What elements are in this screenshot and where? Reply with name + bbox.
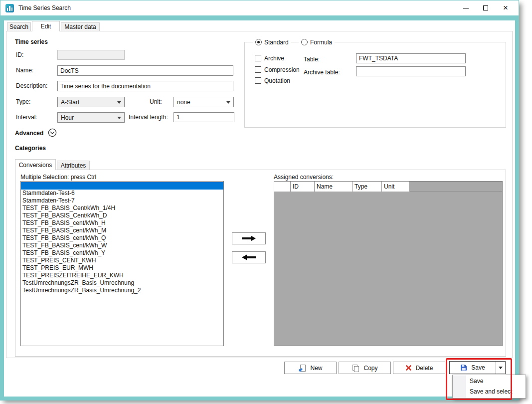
close-icon: ×: [503, 3, 508, 12]
assigned-table-header: IDNameTypeUnit: [274, 182, 502, 192]
interval-length-label: Interval length:: [129, 114, 168, 121]
available-conversions-list[interactable]: Stammdaten-Test-6Stammdaten-Test-7TEST_F…: [20, 181, 224, 346]
minimize-button[interactable]: [456, 0, 476, 15]
checkbox-quotation-label: Quotation: [264, 77, 290, 84]
unit-label: Unit:: [150, 98, 162, 105]
id-input: [57, 50, 125, 60]
close-button[interactable]: ×: [496, 0, 516, 15]
conversion-list-item[interactable]: TEST_PREIS_CENT_KWH: [21, 257, 223, 264]
conversion-list-item[interactable]: TEST_FB_BASIS_cent/kWh_Y: [21, 249, 223, 257]
conversion-list-item[interactable]: TEST_FB_BASIS_cent/kWh_W: [21, 242, 223, 249]
type-combobox[interactable]: A-Start: [57, 97, 125, 107]
app-window: Time Series Search × Search Edit Master …: [0, 0, 519, 401]
copy-button-label: Copy: [363, 365, 377, 372]
radio-standard-label: Standard: [264, 39, 289, 46]
interval-combobox[interactable]: Hour: [57, 112, 125, 123]
categories-heading: Categories: [15, 145, 46, 152]
conversion-list-item[interactable]: TEST_FB_BASIS_Cent/kWh_D: [21, 212, 223, 219]
client-area: Search Edit Master data Time series ID: …: [4, 20, 515, 397]
window-controls: ×: [456, 0, 516, 15]
checkbox-quotation[interactable]: Quotation: [255, 77, 290, 84]
name-label: Name:: [16, 67, 33, 74]
copy-icon: [352, 364, 359, 372]
save-dropdown-menu: SaveSave and select: [452, 375, 526, 399]
id-label: ID:: [16, 51, 23, 58]
combo-caret-icon: [117, 117, 121, 121]
description-input[interactable]: Time series for the documentation: [57, 81, 233, 91]
table-label: Table:: [304, 56, 320, 63]
archive-table-input[interactable]: [356, 66, 466, 76]
radio-formula-label: Formula: [310, 39, 332, 46]
checkbox-archive-label: Archive: [264, 55, 284, 62]
checkbox-icon: [255, 55, 261, 61]
assigned-column-header[interactable]: ID: [291, 182, 315, 192]
checkbox-compression-label: Compression: [264, 66, 300, 73]
conversion-list-item[interactable]: TEST_PREIS_EUR_MWH: [21, 264, 223, 272]
checkbox-icon: [255, 66, 261, 73]
unit-combobox[interactable]: none: [174, 97, 234, 107]
new-document-icon: [298, 364, 306, 372]
conversion-list-item[interactable]: TEST_PREISZEITREIHE_EUR_KWH: [21, 272, 223, 279]
maximize-icon: [483, 5, 488, 10]
assigned-column-header[interactable]: Type: [353, 182, 382, 192]
checkbox-archive[interactable]: Archive: [255, 54, 284, 62]
conversion-list-item[interactable]: [21, 182, 223, 190]
save-menu-item[interactable]: Save and select: [453, 387, 526, 397]
copy-button[interactable]: Copy: [339, 362, 391, 374]
minimize-icon: [463, 8, 469, 8]
new-button-label: New: [310, 365, 322, 372]
maximize-button[interactable]: [476, 0, 496, 15]
tab-conversions[interactable]: Conversions: [15, 159, 56, 170]
interval-length-input[interactable]: 1: [174, 112, 234, 122]
radio-formula[interactable]: Formula: [299, 38, 335, 46]
checkbox-icon: [255, 77, 261, 84]
conversion-list-item[interactable]: TEST_FB_BASIS_cent/kWh_M: [21, 227, 223, 234]
description-label: Description:: [16, 82, 47, 89]
table-input[interactable]: FWT_TSDATA: [356, 53, 466, 63]
conversions-panel: Multiple Selection: press Ctrl Stammdate…: [15, 170, 506, 357]
storage-groupbox: Standard Formula Archive Compression Quo…: [244, 42, 506, 128]
conversion-list-item[interactable]: TestUmrechnungsZR_Basis_Umrechnung: [21, 279, 223, 287]
unit-value: none: [177, 99, 190, 106]
assigned-column-header[interactable]: [274, 182, 291, 192]
conversion-list-item[interactable]: TEST_FB_BASIS_cent/kWh_Q: [21, 234, 223, 242]
conversion-list-item[interactable]: TEST_FB_BASIS_cent/kWh_H: [21, 219, 223, 227]
arrow-right-icon: [241, 235, 257, 242]
assigned-conversions-label: Assigned conversions:: [274, 174, 334, 181]
advanced-heading: Advanced: [15, 130, 43, 137]
assigned-conversions-grid[interactable]: IDNameTypeUnit: [274, 181, 503, 346]
multi-select-hint: Multiple Selection: press Ctrl: [20, 174, 96, 181]
assign-conversion-button[interactable]: [232, 232, 266, 244]
delete-button[interactable]: Delete: [393, 362, 445, 374]
advanced-expander-icon[interactable]: [48, 128, 57, 137]
checkbox-compression[interactable]: Compression: [255, 66, 300, 73]
save-button-label: Save: [471, 364, 485, 371]
tab-edit[interactable]: Edit: [32, 21, 60, 31]
combo-caret-icon: [226, 101, 230, 106]
conversion-list-item[interactable]: Stammdaten-Test-7: [21, 197, 223, 204]
save-button[interactable]: Save: [449, 361, 506, 374]
save-menu-item[interactable]: Save: [453, 376, 526, 387]
assigned-column-header[interactable]: Name: [315, 182, 353, 192]
app-icon: [5, 4, 14, 12]
combo-caret-icon: [117, 101, 121, 106]
delete-x-icon: [405, 365, 412, 371]
unassign-conversion-button[interactable]: [232, 251, 266, 263]
conversion-list-item[interactable]: TestUmrechnungsZR_Basis_Umrechnung_2: [21, 287, 223, 294]
radio-standard[interactable]: Standard: [253, 38, 291, 46]
tab-attributes[interactable]: Attributes: [57, 161, 90, 170]
assigned-column-header[interactable]: Unit: [382, 182, 410, 192]
arrow-left-icon: [241, 254, 257, 261]
interval-value: Hour: [61, 114, 74, 121]
tab-search[interactable]: Search: [7, 22, 31, 31]
title-bar: Time Series Search ×: [0, 0, 519, 15]
tab-master-data[interactable]: Master data: [61, 22, 100, 31]
time-series-heading: Time series: [15, 38, 48, 45]
save-floppy-icon: [460, 364, 467, 371]
type-label: Type:: [16, 98, 30, 105]
save-dropdown-arrow[interactable]: [496, 362, 505, 374]
name-input[interactable]: DocTS: [57, 65, 233, 76]
new-button[interactable]: New: [284, 362, 337, 374]
conversion-list-item[interactable]: TEST_FB_BASIS_Cent/kWh_1/4H: [21, 204, 223, 212]
conversion-list-item[interactable]: Stammdaten-Test-6: [21, 190, 223, 197]
